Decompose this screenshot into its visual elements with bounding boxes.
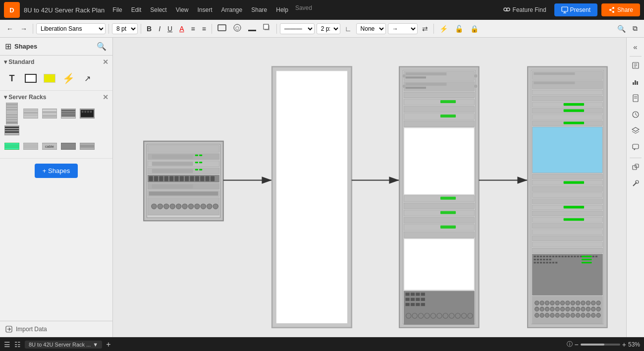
menu-edit[interactable]: Edit [127, 4, 146, 15]
shape-border-button[interactable] [215, 23, 229, 34]
import-data[interactable]: Import Data [0, 321, 112, 337]
rack-4u[interactable] [60, 107, 76, 120]
menu-arrange[interactable]: Arrange [217, 4, 247, 15]
format-panel-button[interactable] [629, 58, 643, 74]
lightning-button[interactable]: ⚡ [437, 23, 450, 34]
reverse-button[interactable]: ⇄ [420, 23, 430, 34]
fill-color-button[interactable]: ⬡ [231, 22, 244, 35]
svg-rect-235 [582, 256, 592, 257]
align-center-button[interactable]: ≡ [200, 23, 209, 34]
menu-select[interactable]: Select [146, 4, 170, 15]
fill-shape[interactable] [42, 71, 57, 85]
menu-share[interactable]: Share [247, 4, 271, 15]
rack-patch[interactable] [4, 139, 20, 153]
history-button[interactable] [629, 108, 643, 123]
svg-rect-178 [564, 110, 584, 112]
bold-button[interactable]: B [144, 23, 154, 34]
feature-find[interactable]: Feature Find [499, 4, 550, 16]
share-button[interactable]: Share [601, 3, 640, 16]
text-shape[interactable]: T [4, 71, 20, 85]
zoom-controls: ⓘ − + 53% [567, 340, 640, 349]
fullscreen-button[interactable]: ⧉ [630, 23, 640, 34]
comment-button[interactable] [629, 140, 643, 156]
rack-5u[interactable] [79, 107, 95, 120]
rack-2u[interactable] [23, 107, 39, 120]
svg-rect-81 [159, 176, 163, 181]
rack-blank[interactable] [23, 139, 39, 153]
shadow-button[interactable] [261, 22, 273, 35]
lock2-button[interactable]: 🔒 [468, 23, 481, 34]
tile-view-icon[interactable]: ☷ [14, 341, 21, 349]
font-color-button[interactable]: A [177, 23, 186, 34]
rack-6u[interactable] [4, 123, 20, 137]
menu-file[interactable]: File [108, 4, 126, 15]
line-color-button[interactable] [246, 23, 259, 34]
zoom-out-button[interactable]: − [575, 341, 579, 349]
menu-view[interactable]: View [172, 4, 193, 15]
layers-icon [632, 127, 640, 135]
svg-rect-23 [6, 114, 17, 116]
present-button[interactable]: Present [554, 3, 597, 16]
svg-rect-185 [564, 181, 584, 184]
rack-cable[interactable]: cable [42, 139, 57, 153]
waypoint-button[interactable]: ∟ [342, 23, 354, 34]
chart-button[interactable] [629, 75, 643, 90]
svg-rect-153 [416, 303, 420, 306]
page-settings-button[interactable] [629, 91, 643, 107]
rack-flat-item[interactable] [79, 139, 95, 153]
svg-rect-91 [211, 176, 215, 181]
share-label: Share [617, 6, 633, 13]
svg-rect-284 [635, 80, 636, 85]
rack-3u[interactable] [42, 107, 57, 120]
canvas-scroll[interactable] [113, 38, 626, 337]
grid-view-icon[interactable]: ☰ [4, 341, 10, 349]
tools-button[interactable] [629, 176, 643, 192]
lightning-shape[interactable]: ⚡ [60, 71, 76, 85]
zoom-bar[interactable] [581, 344, 620, 346]
server-racks-header[interactable]: ▾ Server Racks ✕ [0, 91, 112, 104]
svg-rect-233 [552, 262, 554, 263]
import-data-label: Import Data [16, 326, 47, 333]
font-size-select[interactable]: 8 pt [112, 23, 138, 34]
canvas[interactable] [113, 38, 626, 337]
svg-rect-21 [6, 109, 17, 111]
standard-close-button[interactable]: ✕ [103, 58, 108, 66]
shapes-search-button[interactable]: 🔍 [96, 41, 107, 52]
standard-section-header[interactable]: ▾ Standard ✕ [0, 56, 112, 68]
underline-button[interactable]: U [165, 23, 175, 34]
left-panel: ⊞ Shapes 🔍 ▾ Standard ✕ T [0, 38, 113, 337]
lock-button[interactable]: 🔓 [452, 23, 466, 34]
plugin-button[interactable] [629, 160, 643, 176]
svg-rect-149 [416, 298, 420, 301]
svg-text:cable: cable [45, 144, 54, 149]
align-left-button[interactable]: ≡ [188, 23, 197, 34]
redo-button[interactable]: → [18, 23, 30, 34]
tab-chevron-icon: ▼ [93, 342, 98, 348]
connection-start-select[interactable]: None [356, 23, 386, 34]
italic-button[interactable]: I [156, 23, 163, 34]
arrow-shape[interactable]: ↗ [79, 71, 95, 85]
toolbar: ← → Liberation Sans 8 pt B I U A ≡ ≡ ⬡ —… [0, 20, 644, 38]
layers-button[interactable] [629, 124, 643, 139]
rack-1u[interactable] [4, 107, 20, 120]
add-page-button[interactable]: + [106, 340, 110, 349]
menu-help[interactable]: Help [272, 4, 292, 15]
add-shapes-button[interactable]: + Shapes [35, 164, 78, 178]
svg-point-165 [468, 313, 473, 318]
zoom-in-button[interactable]: + [622, 341, 626, 349]
server-racks-close-button[interactable]: ✕ [103, 93, 108, 101]
svg-rect-93 [152, 184, 193, 188]
svg-point-239 [535, 301, 539, 305]
font-select[interactable]: Liberation Sans [36, 23, 106, 34]
connection-end-select[interactable]: → [388, 23, 418, 34]
line-width-select[interactable]: 2 px [317, 23, 340, 34]
line-style-select[interactable]: ——— [280, 23, 315, 34]
search-button[interactable]: 🔍 [615, 23, 628, 34]
undo-button[interactable]: ← [4, 23, 16, 34]
diagram[interactable] [113, 38, 626, 337]
rect-shape[interactable] [23, 71, 39, 85]
diagram-tab[interactable]: 8U to 42U Server Rack ... ▼ [25, 341, 102, 349]
collapse-right-button[interactable]: « [630, 40, 640, 54]
menu-insert[interactable]: Insert [193, 4, 216, 15]
rack-dark-item[interactable] [60, 139, 76, 153]
